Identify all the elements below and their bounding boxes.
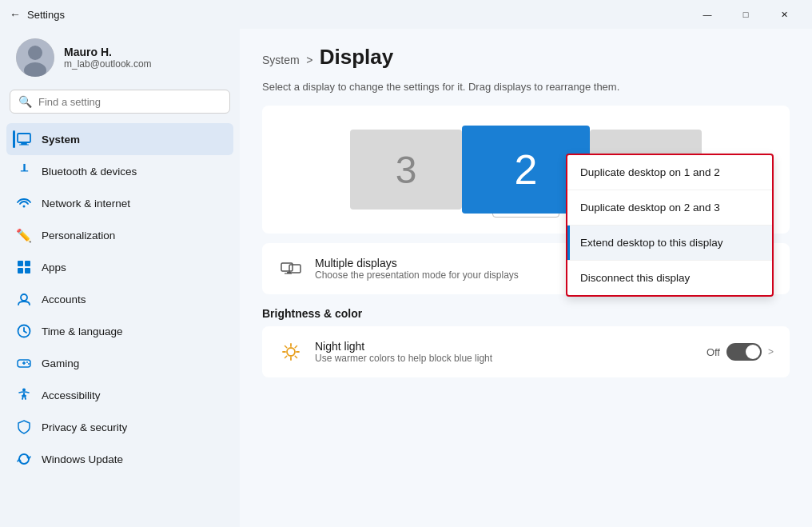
svg-rect-9 (18, 268, 23, 273)
back-icon[interactable]: ← (10, 8, 21, 21)
night-light-desc: Use warmer colors to help block blue lig… (315, 353, 492, 364)
avatar (16, 38, 54, 77)
night-light-row[interactable]: Night light Use warmer colors to help bl… (262, 326, 790, 377)
svg-point-11 (21, 294, 27, 301)
sidebar-item-accounts-label: Accounts (42, 293, 86, 305)
svg-line-29 (295, 356, 297, 357)
svg-point-18 (22, 389, 26, 392)
user-section: Mauro H. m_lab@outlook.com (6, 29, 233, 90)
page-description: Select a display to change the settings … (262, 81, 790, 93)
multiple-displays-text: Multiple displays Choose the presentatio… (315, 257, 519, 281)
sidebar-item-bluetooth[interactable]: ┸ Bluetooth & devices (6, 155, 233, 187)
dropdown-item-disconnect[interactable]: Disconnect this display (567, 261, 772, 295)
update-icon (16, 451, 32, 467)
sidebar-item-apps-label: Apps (42, 262, 66, 273)
titlebar: ← Settings — □ ✕ (0, 0, 812, 29)
display-dropdown: Duplicate desktop on 1 and 2 Duplicate d… (566, 154, 774, 297)
bluetooth-icon: ┸ (16, 163, 32, 179)
breadcrumb-parent: System (262, 54, 300, 66)
sidebar-item-personalization[interactable]: ✏️ Personalization (6, 219, 233, 251)
svg-point-23 (287, 348, 295, 356)
night-light-toggle[interactable] (726, 343, 762, 361)
monitor-3[interactable]: 3 (350, 130, 462, 210)
time-icon (16, 323, 32, 339)
chevron-right-icon: > (768, 346, 774, 357)
svg-line-30 (295, 346, 297, 348)
apps-icon (16, 259, 32, 275)
sidebar-item-gaming-label: Gaming (42, 357, 79, 369)
brightness-section-title: Brightness & color (262, 307, 790, 320)
system-icon (16, 131, 32, 147)
gaming-icon (16, 355, 32, 371)
monitor-2-label: 2 (515, 146, 538, 194)
night-light-text: Night light Use warmer colors to help bl… (315, 340, 492, 364)
svg-rect-10 (25, 268, 30, 273)
network-icon (16, 195, 32, 211)
svg-rect-8 (25, 261, 30, 266)
display-preview-container: 3 2 1 Identify Duplicate desktop on 1 an… (262, 106, 790, 234)
page-title: Display (320, 45, 394, 69)
svg-rect-5 (19, 145, 29, 146)
page-header: System > Display (262, 45, 790, 70)
main-layout: Mauro H. m_lab@outlook.com 🔍 System (0, 29, 812, 527)
sidebar-item-network-label: Network & internet (42, 198, 130, 210)
sidebar-item-privacy-label: Privacy & security (42, 421, 127, 433)
multiple-displays-row-left: Multiple displays Choose the presentatio… (278, 256, 519, 281)
svg-rect-3 (18, 134, 30, 142)
sidebar-item-accessibility-label: Accessibility (42, 389, 101, 401)
svg-point-17 (28, 363, 30, 365)
sidebar-item-bluetooth-label: Bluetooth & devices (42, 166, 137, 178)
search-input[interactable] (38, 96, 221, 108)
sidebar-item-accounts[interactable]: Accounts (6, 283, 233, 315)
user-email: m_lab@outlook.com (64, 58, 152, 70)
svg-line-31 (285, 356, 287, 357)
sidebar-item-apps[interactable]: Apps (6, 251, 233, 283)
privacy-icon (16, 419, 32, 435)
night-light-right: Off > (707, 343, 774, 361)
sidebar-item-personalization-label: Personalization (42, 230, 115, 242)
svg-point-1 (28, 46, 42, 60)
dropdown-item-dup12[interactable]: Duplicate desktop on 1 and 2 (567, 155, 772, 190)
svg-line-28 (285, 346, 287, 348)
titlebar-controls: — □ ✕ (689, 2, 802, 26)
minimize-button[interactable]: — (689, 2, 726, 26)
sidebar-item-update-label: Windows Update (42, 453, 123, 465)
accounts-icon (16, 291, 32, 307)
user-info: Mauro H. m_lab@outlook.com (64, 46, 152, 70)
svg-rect-7 (18, 261, 23, 266)
titlebar-left: ← Settings (10, 8, 65, 21)
svg-point-6 (23, 206, 26, 208)
night-light-icon (278, 339, 304, 365)
multiple-displays-desc: Choose the presentation mode for your di… (315, 269, 519, 281)
content-area: System > Display Select a display to cha… (240, 29, 812, 527)
dropdown-item-extend[interactable]: Extend desktop to this display (567, 226, 772, 261)
night-light-row-left: Night light Use warmer colors to help bl… (278, 339, 492, 365)
sidebar-item-accessibility[interactable]: Accessibility (6, 379, 233, 411)
accessibility-icon (16, 387, 32, 403)
sidebar-item-update[interactable]: Windows Update (6, 443, 233, 475)
sidebar-item-time[interactable]: Time & language (6, 315, 233, 347)
sidebar-item-system[interactable]: System (6, 123, 233, 155)
multiple-displays-icon (278, 256, 304, 281)
app-title: Settings (27, 9, 65, 21)
sidebar-item-network[interactable]: Network & internet (6, 187, 233, 219)
dropdown-item-dup23[interactable]: Duplicate desktop on 2 and 3 (567, 190, 772, 226)
monitor-3-label: 3 (396, 148, 417, 192)
svg-point-16 (26, 361, 28, 363)
sidebar-item-gaming[interactable]: Gaming (6, 347, 233, 379)
sidebar: Mauro H. m_lab@outlook.com 🔍 System (0, 29, 240, 527)
user-name: Mauro H. (64, 46, 152, 58)
multiple-displays-title: Multiple displays (315, 257, 519, 269)
breadcrumb-sep: > (306, 54, 312, 66)
search-box: 🔍 (10, 90, 230, 114)
search-icon: 🔍 (18, 95, 32, 108)
sidebar-item-time-label: Time & language (42, 325, 123, 337)
sidebar-item-system-label: System (42, 134, 80, 146)
close-button[interactable]: ✕ (766, 2, 802, 26)
night-light-value: Off (707, 346, 720, 358)
nav-list: System ┸ Bluetooth & devices Network & i… (6, 123, 233, 475)
sidebar-item-privacy[interactable]: Privacy & security (6, 411, 233, 443)
personalization-icon: ✏️ (16, 227, 32, 243)
maximize-button[interactable]: □ (727, 2, 764, 26)
night-light-title: Night light (315, 340, 492, 353)
